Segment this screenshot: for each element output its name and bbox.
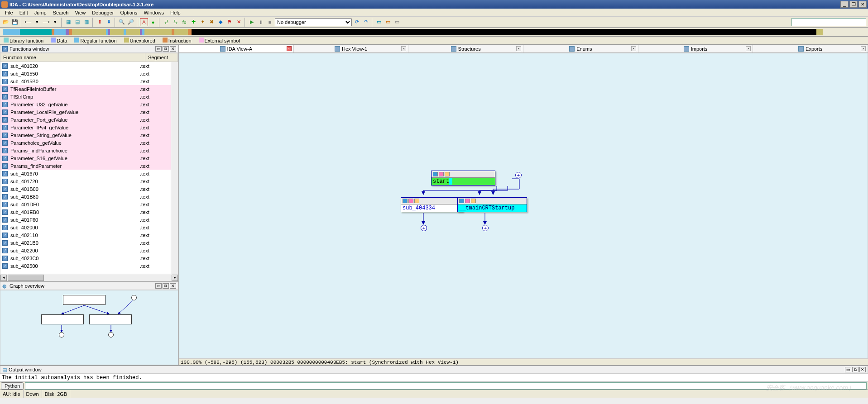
graph-collapse-1[interactable]: + (515, 172, 522, 178)
function-row[interactable]: fParameter_S16_getValue.text (0, 154, 171, 162)
menu-view[interactable]: View (72, 9, 89, 16)
tab-close-icon[interactable]: × (746, 46, 751, 51)
menu-help[interactable]: Help (167, 9, 184, 16)
record-icon[interactable]: ● (149, 18, 157, 26)
debug-run-icon[interactable]: ▶ (248, 18, 256, 26)
menu-windows[interactable]: Windows (140, 9, 167, 16)
function-row[interactable]: fsub_402000.text (0, 223, 171, 231)
out-float-button[interactable]: ⧉ (852, 367, 858, 372)
open-icon[interactable]: 📂 (2, 18, 10, 26)
text-view-icon[interactable]: A (140, 18, 148, 26)
menu-file[interactable]: File (2, 9, 16, 16)
down-arrow-icon[interactable]: ⬇ (105, 18, 113, 26)
panel-float-button[interactable]: ⧉ (163, 46, 169, 52)
tab-imports[interactable]: Imports× (638, 45, 753, 52)
col-segment[interactable]: Segment (145, 53, 178, 62)
python-lang-button[interactable]: Python (1, 382, 24, 390)
window-icon-3[interactable]: ▭ (393, 18, 401, 26)
menu-search[interactable]: Search (50, 9, 72, 16)
function-row[interactable]: fsub_402110.text (0, 231, 171, 239)
mark-icon[interactable]: ◆ (216, 18, 225, 26)
function-row[interactable]: fsub_401B80.text (0, 193, 171, 200)
flag-icon[interactable]: ⚑ (225, 18, 234, 26)
tab-structures[interactable]: Structures× (408, 45, 523, 52)
function-row[interactable]: fsub_401DF0.text (0, 200, 171, 208)
delete-icon[interactable]: ✕ (235, 18, 243, 26)
restore-button[interactable]: ❐ (849, 1, 858, 8)
graph-node-start[interactable]: start (431, 171, 495, 185)
function-row[interactable]: fsub_401550.text (0, 70, 171, 77)
function-row[interactable]: fsub_4023C0.text (0, 254, 171, 262)
nav-color-bar[interactable] (0, 28, 868, 37)
graph-collapse-2[interactable]: + (421, 225, 427, 231)
window-icon-2[interactable]: ▭ (384, 18, 392, 26)
close-window-button[interactable]: ✕ (858, 1, 867, 8)
debugger-select[interactable]: No debugger (275, 18, 352, 26)
minimize-button[interactable]: _ (840, 1, 849, 8)
ida-graph-view[interactable]: start + sub_404334 __tmainCRTStartup + + (179, 53, 868, 359)
graph-node-sub-404334[interactable]: sub_404334 (401, 197, 463, 212)
up-arrow-icon[interactable]: ⬆ (96, 18, 104, 26)
menu-jump[interactable]: Jump (31, 9, 50, 16)
step-icon[interactable]: ↷ (362, 18, 370, 26)
tool-icon-1[interactable]: ▦ (64, 18, 72, 26)
tool-icon-2[interactable]: ▤ (73, 18, 82, 26)
graph-node-tmaincrtstartup[interactable]: __tmainCRTStartup (457, 197, 527, 212)
xref-icon-1[interactable]: ⇄ (162, 18, 170, 26)
function-row[interactable]: fParameter_IPv4_getValue.text (0, 124, 171, 131)
output-text[interactable]: The initial autoanalysis has been finish… (0, 374, 868, 381)
tab-ida-view-a[interactable]: IDA View-A× (179, 45, 294, 52)
save-icon[interactable]: 💾 (11, 18, 19, 26)
menu-options[interactable]: Options (117, 9, 140, 16)
python-input[interactable] (25, 382, 867, 390)
ov-float-button[interactable]: ⧉ (163, 283, 169, 289)
function-row[interactable]: fParameter_U32_getValue.text (0, 100, 171, 108)
quick-filter-input[interactable] (791, 18, 866, 26)
tab-hex-view-1[interactable]: Hex View-1× (294, 45, 409, 52)
nav-fwd-drop-icon[interactable]: ▾ (51, 18, 59, 26)
menu-debugger[interactable]: Debugger (89, 9, 117, 16)
function-row[interactable]: fsub_401670.text (0, 170, 171, 177)
tab-close-icon[interactable]: × (401, 46, 406, 51)
ov-close-button[interactable]: ✕ (170, 283, 176, 289)
search-prev-icon[interactable]: 🔎 (127, 18, 135, 26)
tab-enums[interactable]: Enums× (523, 45, 638, 52)
function-row[interactable]: fParams_findParamchoice.text (0, 147, 171, 154)
function-row[interactable]: fsub_402500.text (0, 262, 171, 270)
graph-collapse-3[interactable]: + (482, 225, 489, 231)
function-row[interactable]: fsub_402200.text (0, 247, 171, 254)
debug-stop-icon[interactable]: ■ (266, 18, 274, 26)
out-dock-button[interactable]: ▭ (845, 367, 851, 372)
tool-icon-3[interactable]: ▥ (82, 18, 91, 26)
xref-icon-2[interactable]: ⇆ (171, 18, 179, 26)
nav-back-icon[interactable]: ⟵ (24, 18, 32, 26)
plus-icon[interactable]: ✚ (189, 18, 197, 26)
search-next-icon[interactable]: 🔍 (118, 18, 126, 26)
function-row[interactable]: fTfStrICmp.text (0, 93, 171, 100)
function-row[interactable]: fParameter_String_getValue.text (0, 131, 171, 139)
function-row[interactable]: fParams_findParameter.text (0, 162, 171, 170)
functions-hscrollbar[interactable]: ◂ ▸ (0, 274, 178, 281)
tab-close-icon[interactable]: × (516, 46, 521, 51)
graph-overview-canvas[interactable] (0, 290, 178, 365)
tab-close-icon[interactable]: × (861, 46, 866, 51)
window-icon-1[interactable]: ▭ (375, 18, 383, 26)
function-row[interactable]: fsub_401F60.text (0, 216, 171, 223)
ov-dock-button[interactable]: ▭ (155, 283, 162, 289)
function-row[interactable]: fsub_401020.text (0, 62, 171, 70)
menu-edit[interactable]: Edit (16, 9, 31, 16)
refresh-icon[interactable]: ⟳ (353, 18, 361, 26)
function-row[interactable]: fParamchoice_getValue.text (0, 139, 171, 147)
function-row[interactable]: fsub_4015B0.text (0, 77, 171, 85)
cross-icon[interactable]: ✖ (207, 18, 216, 26)
function-row[interactable]: fsub_401B00.text (0, 185, 171, 193)
function-row[interactable]: fsub_401EB0.text (0, 208, 171, 216)
tag-icon[interactable]: ✦ (198, 18, 206, 26)
tab-exports[interactable]: Exports× (753, 45, 868, 52)
nav-back-drop-icon[interactable]: ▾ (33, 18, 41, 26)
debug-pause-icon[interactable]: ⏸ (257, 18, 265, 26)
panel-close-button[interactable]: ✕ (170, 46, 176, 52)
panel-dock-button[interactable]: ▭ (155, 46, 162, 52)
function-row[interactable]: fTfReadFileIntoBuffer.text (0, 85, 171, 93)
nav-fwd-icon[interactable]: ⟶ (42, 18, 50, 26)
